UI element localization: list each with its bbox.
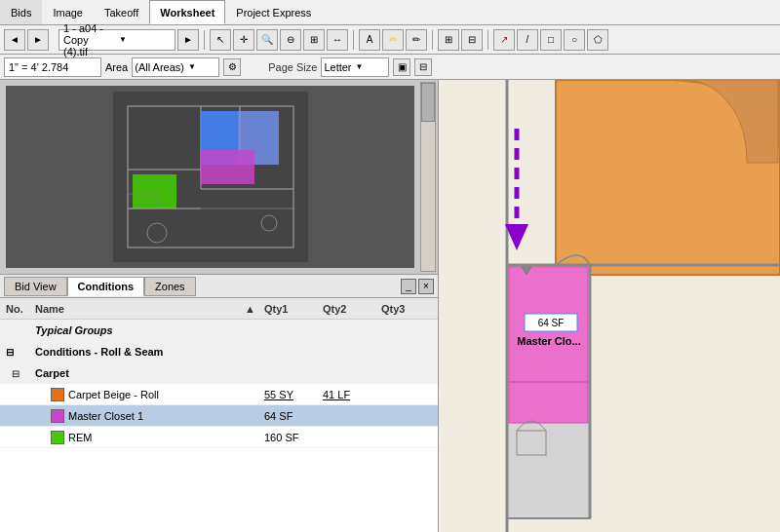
conditions-roll-seam-label: Conditions - Roll & Seam <box>31 346 436 358</box>
carpet-expand[interactable]: ⊟ <box>2 367 31 379</box>
table-header: No. Name ▲ Qty1 Qty2 Qty3 <box>0 298 438 320</box>
line-btn[interactable]: / <box>517 29 538 51</box>
master-closet-swatch <box>51 409 64 423</box>
panel-tabs: Bid View Conditions Zones <box>4 277 196 296</box>
circle-btn[interactable]: ○ <box>564 29 585 51</box>
table-body: Typical Groups ⊟ Conditions - Roll & Sea… <box>0 320 438 448</box>
carpet-row[interactable]: ⊟ Carpet <box>0 362 438 384</box>
file-dropdown[interactable]: 1 - a04 - Copy (4).tif ▼ <box>58 29 176 51</box>
panel-minimize-btn[interactable]: _ <box>401 279 416 294</box>
thumbnail-scrollbar-thumb[interactable] <box>421 83 435 122</box>
text-btn[interactable]: A <box>359 29 380 51</box>
page-size-label: Page Size <box>268 61 317 73</box>
page-size-select[interactable]: Letter ▼ <box>321 57 389 77</box>
nav-back-btn[interactable]: ◄ <box>4 29 25 51</box>
conditions-expand[interactable]: ⊟ <box>2 346 31 358</box>
tab-zones[interactable]: Zones <box>144 277 196 296</box>
col-header-qty3: Qty3 <box>377 303 436 315</box>
svg-rect-9 <box>133 174 176 209</box>
rect-btn[interactable]: □ <box>540 29 562 51</box>
col-header-name: Name <box>31 303 241 315</box>
carpet-beige-qty2: 41 LF <box>319 389 377 400</box>
main-content: × <box>0 80 780 532</box>
select-tool-btn[interactable]: ↖ <box>210 29 231 51</box>
left-panel: × <box>0 80 439 532</box>
toolbar-sep-1 <box>204 30 205 50</box>
menu-tab-worksheet[interactable]: Worksheet <box>149 0 225 24</box>
col-header-no: No. <box>2 303 31 315</box>
master-closet-name: Master Closet 1 <box>31 409 241 423</box>
expand-icon[interactable]: ⊟ <box>6 347 14 358</box>
zoom-out-btn[interactable]: ⊖ <box>280 29 301 51</box>
zoom-in-btn[interactable]: 🔍 <box>256 29 278 51</box>
conditions-panel: Bid View Conditions Zones _ × No. Name ▲… <box>0 275 438 532</box>
master-closet-row[interactable]: Master Closet 1 64 SF <box>0 405 438 427</box>
toolbar: ◄ ► 1 - a04 - Copy (4).tif ▼ ► ↖ ✛ 🔍 ⊖ ⊞… <box>0 25 780 55</box>
area-arrow: ▼ <box>188 62 196 71</box>
arrow-red-btn[interactable]: ↗ <box>493 29 515 51</box>
carpet-expand-icon[interactable]: ⊟ <box>12 368 20 379</box>
pan-tool-btn[interactable]: ✛ <box>233 29 254 51</box>
rem-qty1: 160 SF <box>260 432 319 443</box>
toolbar-sep-4 <box>488 30 488 50</box>
carpet-label: Carpet <box>31 367 436 379</box>
measure-btn[interactable]: ↔ <box>327 29 348 51</box>
tab-bid-view[interactable]: Bid View <box>4 277 67 296</box>
floorplan-thumbnail <box>113 92 308 262</box>
col-header-qty1: Qty1 <box>260 303 319 315</box>
zoom-area-btn[interactable]: ⊞ <box>303 29 325 51</box>
typical-groups-row: Typical Groups <box>0 320 438 341</box>
area-label: Area <box>105 61 128 73</box>
thumbnail-scrollbar[interactable] <box>420 82 436 272</box>
file-dropdown-arrow: ▼ <box>119 35 171 44</box>
svg-text:Master Clo...: Master Clo... <box>517 335 580 347</box>
rem-row[interactable]: REM 160 SF <box>0 427 438 448</box>
pen2-btn[interactable]: ✏ <box>406 29 427 51</box>
pen-btn[interactable]: ✏ <box>382 29 404 51</box>
carpet-beige-qty1: 55 SY <box>260 389 319 400</box>
print-btn[interactable]: ⊟ <box>414 58 432 76</box>
area-select[interactable]: (All Areas) ▼ <box>132 57 219 77</box>
conditions-roll-seam-row[interactable]: ⊟ Conditions - Roll & Seam <box>0 341 438 362</box>
master-closet-qty1: 64 SF <box>260 410 319 422</box>
svg-rect-8 <box>201 150 254 184</box>
typical-groups-label: Typical Groups <box>31 324 436 336</box>
toolbar-sep-2 <box>353 30 354 50</box>
scale-bar: 1" = 4' 2.784 Area (All Areas) ▼ ⚙ Page … <box>0 55 780 80</box>
toolbar-sep-3 <box>432 30 433 50</box>
grid-btn[interactable]: ⊟ <box>461 29 483 51</box>
tab-conditions[interactable]: Conditions <box>67 277 144 296</box>
drawing-view: 64 SF Master Clo... जन <box>439 80 780 532</box>
poly-btn[interactable]: ⬠ <box>587 29 608 51</box>
panel-close-btn[interactable]: × <box>418 279 434 294</box>
svg-text:64 SF: 64 SF <box>538 318 565 328</box>
page-btn[interactable]: ▣ <box>393 58 410 76</box>
menu-bar: Bids Image Takeoff Worksheet Project Exp… <box>0 0 780 25</box>
drawing-svg: 64 SF Master Clo... जन <box>439 80 780 532</box>
col-header-qty2: Qty2 <box>319 303 377 315</box>
area-settings-btn[interactable]: ⚙ <box>223 58 241 76</box>
menu-tab-takeoff[interactable]: Takeoff <box>94 0 149 24</box>
carpet-beige-name: Carpet Beige - Roll <box>31 388 241 401</box>
menu-tab-bids[interactable]: Bids <box>0 0 42 24</box>
carpet-beige-row[interactable]: Carpet Beige - Roll 55 SY 41 LF <box>0 384 438 405</box>
scale-input[interactable]: 1" = 4' 2.784 <box>4 57 101 77</box>
carpet-beige-swatch <box>51 388 64 401</box>
nav-fwd-btn[interactable]: ► <box>27 29 49 51</box>
menu-tab-image[interactable]: Image <box>42 0 94 24</box>
thumbnail-area: × <box>0 80 438 275</box>
rem-swatch <box>51 431 64 444</box>
file-nav-btn[interactable]: ► <box>177 29 199 51</box>
page-size-arrow: ▼ <box>356 62 364 71</box>
snap-btn[interactable]: ⊞ <box>438 29 459 51</box>
menu-tab-project-express[interactable]: Project Express <box>225 0 322 24</box>
panel-controls: _ × <box>401 279 434 294</box>
panel-header: Bid View Conditions Zones _ × <box>0 275 438 298</box>
rem-name: REM <box>31 431 241 444</box>
col-header-sort[interactable]: ▲ <box>241 303 260 315</box>
